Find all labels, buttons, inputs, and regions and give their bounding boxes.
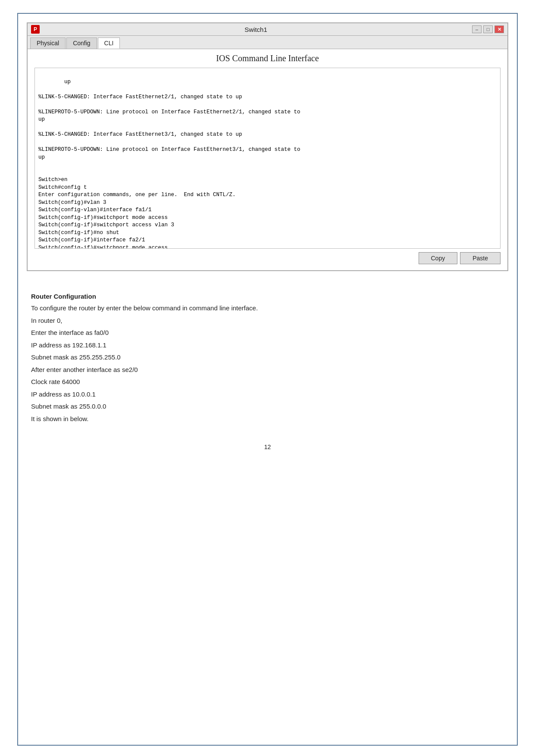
- tab-config[interactable]: Config: [66, 37, 97, 49]
- router-line-5: Clock rate 64000: [31, 377, 504, 387]
- button-row: Copy Paste: [34, 249, 501, 266]
- tab-bar: Physical Config CLI: [28, 36, 507, 49]
- router-line-7: Subnet mask as 255.0.0.0: [31, 402, 504, 412]
- cli-heading: IOS Command Line Interface: [34, 53, 501, 63]
- page-border: P Switch1 – □ ✕ Physical Config: [17, 13, 518, 746]
- copy-button[interactable]: Copy: [419, 252, 458, 264]
- window-title: Switch1: [40, 26, 472, 33]
- paste-button[interactable]: Paste: [460, 252, 501, 264]
- router-line-3: Subnet mask as 255.255.255.0: [31, 353, 504, 362]
- tab-cli[interactable]: CLI: [98, 37, 120, 49]
- terminal-text: up %LINK-5-CHANGED: Interface FastEthern…: [38, 79, 300, 249]
- minimize-button[interactable]: –: [472, 25, 482, 33]
- router-line-8: It is shown in below.: [31, 414, 504, 424]
- app-icon: P: [31, 25, 40, 34]
- window-controls: – □ ✕: [472, 25, 504, 33]
- maximize-button[interactable]: □: [483, 25, 493, 33]
- router-line-0: In router 0,: [31, 316, 504, 326]
- router-line-4: After enter another interface as se2/0: [31, 365, 504, 375]
- router-config-intro: To configure the router by enter the bel…: [31, 303, 504, 313]
- window-titlebar: P Switch1 – □ ✕: [28, 23, 507, 36]
- tab-physical[interactable]: Physical: [30, 37, 66, 49]
- router-config-section: Router Configuration To configure the ro…: [27, 288, 508, 435]
- page-number: 12: [27, 444, 508, 450]
- terminal-output[interactable]: up %LINK-5-CHANGED: Interface FastEthern…: [34, 68, 501, 249]
- router-line-6: IP address as 10.0.0.1: [31, 390, 504, 400]
- router-line-2: IP address as 192.168.1.1: [31, 341, 504, 350]
- router-line-1: Enter the interface as fa0/0: [31, 328, 504, 338]
- router-config-heading: Router Configuration: [31, 293, 504, 300]
- cli-section: IOS Command Line Interface up %LINK-5-CH…: [28, 49, 507, 270]
- switch-window: P Switch1 – □ ✕ Physical Config: [27, 22, 508, 271]
- close-button[interactable]: ✕: [494, 25, 504, 33]
